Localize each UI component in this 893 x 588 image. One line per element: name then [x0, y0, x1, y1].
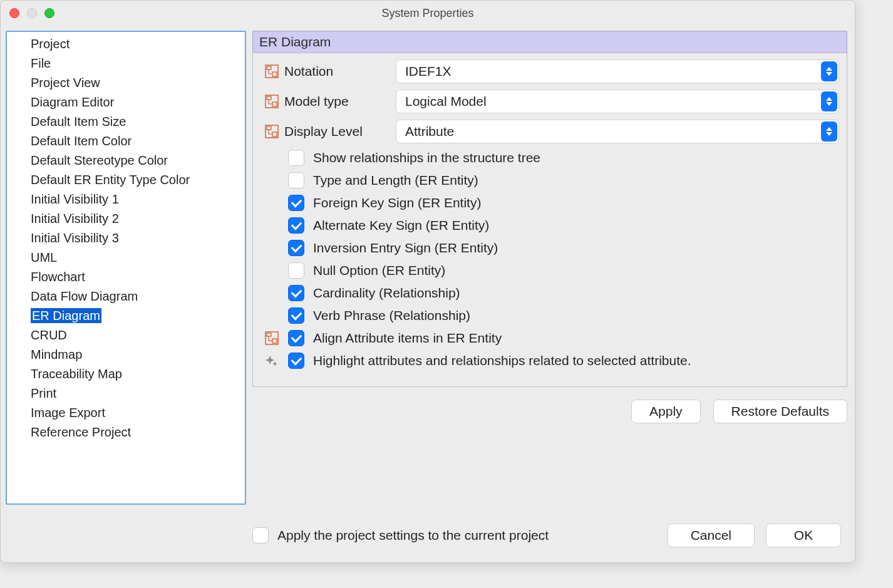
zoom-window-button[interactable] [44, 8, 54, 18]
svg-rect-22 [267, 333, 271, 336]
spacer [264, 308, 279, 323]
sidebar-item[interactable]: Initial Visibility 2 [7, 209, 245, 229]
cancel-button[interactable]: Cancel [668, 524, 755, 547]
sidebar-item[interactable]: Data Flow Diagram [7, 287, 245, 306]
option-checkbox[interactable] [288, 330, 304, 346]
ok-button[interactable]: OK [766, 524, 841, 547]
sparkle-icon [264, 353, 279, 368]
sidebar-item[interactable]: Image Export [7, 403, 245, 423]
option-row: Highlight attributes and relationships r… [264, 353, 839, 369]
svg-marker-6 [826, 72, 832, 76]
option-row: Cardinality (Relationship) [264, 285, 839, 301]
apply-project-checkbox[interactable] [252, 527, 269, 544]
option-checkbox[interactable] [288, 172, 304, 188]
body: ProjectFileProject ViewDiagram EditorDef… [1, 26, 855, 505]
sidebar-item[interactable]: Project [7, 34, 245, 54]
option-row: Inversion Entry Sign (ER Entity) [264, 240, 839, 256]
option-label: Alternate Key Sign (ER Entity) [313, 218, 489, 233]
sidebar-item[interactable]: ER Diagram [7, 306, 245, 326]
sidebar-item[interactable]: Default ER Entity Type Color [7, 170, 245, 190]
option-checkbox[interactable] [288, 353, 304, 369]
close-window-button[interactable] [9, 8, 19, 18]
display-level-row: Display Level Attribute [264, 120, 839, 143]
option-label: Highlight attributes and relationships r… [313, 353, 691, 368]
svg-rect-9 [272, 102, 277, 106]
footer-apply-option: Apply the project settings to the curren… [252, 527, 549, 544]
sidebar-item[interactable]: Traceability Map [7, 364, 245, 384]
option-label: Show relationships in the structure tree [313, 150, 540, 165]
panel-buttons: Apply Restore Defaults [252, 400, 847, 423]
sidebar-item[interactable]: Default Stereotype Color [7, 151, 245, 170]
svg-rect-7 [266, 95, 278, 108]
restore-defaults-button[interactable]: Restore Defaults [713, 400, 847, 423]
model-type-value: Logical Model [405, 94, 821, 109]
option-label: Verb Phrase (Relationship) [313, 308, 470, 323]
display-level-select[interactable]: Attribute [396, 120, 839, 143]
svg-marker-20 [826, 132, 832, 136]
traffic-lights [9, 8, 54, 18]
svg-rect-16 [272, 132, 277, 137]
sidebar-item[interactable]: Default Item Size [7, 112, 245, 132]
sidebar-item[interactable]: UML [7, 248, 245, 267]
sidebar-item[interactable]: Mindmap [7, 345, 245, 364]
svg-rect-2 [272, 72, 277, 76]
option-row: Align Attribute items in ER Entity [264, 330, 839, 346]
er-icon [264, 64, 279, 79]
notation-label: Notation [284, 64, 391, 79]
option-checkbox[interactable] [288, 150, 304, 166]
spacer [264, 286, 279, 301]
option-label: Cardinality (Relationship) [313, 286, 460, 301]
option-checkbox[interactable] [288, 307, 304, 324]
option-row: Null Option (ER Entity) [264, 262, 839, 279]
display-level-label: Display Level [284, 124, 391, 139]
option-row: Verb Phrase (Relationship) [264, 307, 839, 324]
sidebar-item[interactable]: Flowchart [7, 267, 245, 287]
option-label: Inversion Entry Sign (ER Entity) [313, 240, 498, 255]
svg-rect-23 [272, 339, 277, 343]
chevron-up-down-icon [821, 121, 837, 142]
sidebar-item[interactable]: Initial Visibility 3 [7, 229, 245, 248]
minimize-window-button[interactable] [27, 8, 37, 18]
sidebar-item[interactable]: Diagram Editor [7, 93, 245, 112]
spacer [264, 240, 279, 255]
option-checkbox[interactable] [288, 285, 304, 301]
er-icon [264, 94, 279, 109]
option-checkbox[interactable] [288, 262, 304, 279]
spacer [264, 150, 279, 165]
sidebar-item[interactable]: Print [7, 384, 245, 403]
category-sidebar[interactable]: ProjectFileProject ViewDiagram EditorDef… [7, 32, 245, 503]
apply-button[interactable]: Apply [631, 400, 701, 423]
notation-select[interactable]: IDEF1X [396, 59, 839, 83]
sidebar-item[interactable]: CRUD [7, 326, 245, 345]
svg-rect-15 [267, 126, 271, 130]
sidebar-item[interactable]: Default Item Color [7, 132, 245, 151]
main-panel: ER Diagram Notation IDEF1X [252, 31, 847, 505]
chevron-up-down-icon [821, 91, 837, 111]
svg-marker-5 [826, 67, 832, 71]
er-icon [264, 331, 279, 346]
spacer [264, 195, 279, 210]
option-label: Null Option (ER Entity) [313, 263, 445, 278]
option-label: Align Attribute items in ER Entity [313, 331, 502, 346]
panel-body: Notation IDEF1X Model type [252, 53, 847, 387]
sidebar-item[interactable]: File [7, 54, 245, 73]
display-level-value: Attribute [405, 124, 821, 139]
svg-rect-1 [267, 66, 271, 70]
option-checkbox[interactable] [288, 217, 304, 234]
option-checkbox[interactable] [288, 195, 304, 211]
option-checkbox[interactable] [288, 240, 304, 256]
model-type-row: Model type Logical Model [264, 90, 839, 113]
svg-rect-14 [266, 125, 278, 138]
sidebar-item[interactable]: Reference Project [7, 423, 245, 442]
option-row: Foreign Key Sign (ER Entity) [264, 195, 839, 211]
option-label: Foreign Key Sign (ER Entity) [313, 195, 481, 210]
model-type-select[interactable]: Logical Model [396, 90, 839, 113]
spacer [264, 218, 279, 233]
chevron-up-down-icon [821, 61, 837, 81]
sidebar-item[interactable]: Project View [7, 73, 245, 93]
sidebar-item[interactable]: Initial Visibility 1 [7, 190, 245, 209]
option-row: Type and Length (ER Entity) [264, 172, 839, 188]
sidebar-container: ProjectFileProject ViewDiagram EditorDef… [6, 31, 246, 505]
option-row: Show relationships in the structure tree [264, 150, 839, 166]
svg-rect-21 [266, 332, 278, 344]
